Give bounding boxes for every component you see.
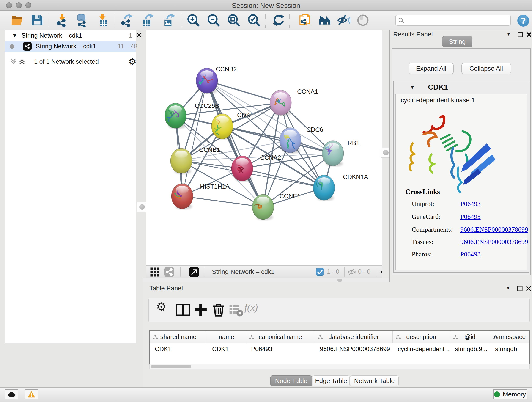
button-label: Collapse All (469, 65, 503, 72)
toolbar-separator (289, 13, 290, 27)
network-node-ccna2[interactable]: CCNA2 (231, 154, 281, 182)
network-options-gear-icon[interactable]: ⚙ (128, 56, 137, 67)
network-node-rb1[interactable]: RB1 (322, 140, 360, 166)
network-edge-ccnb2-ccna1[interactable] (207, 81, 281, 103)
import-network-file-button[interactable] (55, 13, 69, 27)
export-network-button[interactable] (120, 13, 134, 27)
refresh-button[interactable] (272, 13, 286, 27)
delete-column-trash-icon[interactable] (211, 302, 226, 317)
tissues-link[interactable]: 9606.ENSP00000378699 (460, 238, 528, 246)
network-node-cdk1[interactable]: CDK1 (210, 112, 254, 139)
panel-menu-icon[interactable]: ▾ (507, 285, 510, 291)
table-cell[interactable]: 9606.ENSP00000378699 (315, 344, 393, 354)
expand-all-button[interactable]: Expand All (409, 63, 454, 74)
column-header-description[interactable]: description (393, 331, 450, 343)
network-share-icon[interactable] (164, 267, 174, 277)
uniprot-link[interactable]: P06493 (460, 200, 481, 208)
help-button[interactable]: ? (516, 14, 531, 28)
grid-view-icon[interactable] (150, 267, 160, 277)
tree-column-icon (395, 334, 401, 340)
column-header-database-identifier[interactable]: database identifier (315, 331, 393, 343)
network-edge-hist1h1a-ccne1[interactable] (182, 196, 263, 207)
table-settings-gear-icon[interactable]: ⚙ (156, 300, 171, 315)
memory-status-dot-icon (494, 391, 500, 397)
left-splitter-grip[interactable] (137, 202, 147, 212)
network-edge-ccnb2-hist1h1a[interactable] (182, 81, 207, 196)
table-cell[interactable]: CDK1 (207, 344, 246, 354)
network-node-hist1h1a[interactable]: HIST1H1A (169, 183, 230, 209)
collection-expand-icon[interactable]: ▼ (12, 33, 17, 38)
table-cell[interactable]: CDK1 (150, 344, 207, 354)
duplicate-network-button[interactable] (298, 13, 312, 27)
panel-close-icon[interactable] (526, 286, 532, 292)
network-node-ccna1[interactable]: CCNA1 (270, 88, 318, 116)
column-header-shared-name[interactable]: shared name (150, 331, 207, 343)
panel-float-icon[interactable] (517, 32, 523, 38)
export-table-button[interactable] (141, 13, 156, 27)
column-header-name[interactable]: name (207, 331, 246, 343)
tab-network-table[interactable]: Network Table (350, 375, 399, 386)
add-column-icon[interactable] (193, 302, 208, 317)
table-cell[interactable]: stringdb:9... (450, 344, 490, 354)
function-builder-icon[interactable]: f(x) (244, 302, 272, 317)
network-collection-row[interactable]: ▼ String Network – cdk1 1 (5, 30, 136, 41)
tab-string[interactable]: String (442, 36, 472, 47)
memory-button[interactable]: Memory (493, 389, 527, 400)
table-panel: Table Panel ▾ ⚙ f(x) shared name name ca… (143, 282, 532, 387)
panel-close-icon[interactable] (136, 32, 142, 38)
node-label-ccna1: CCNA1 (297, 88, 318, 95)
search-field[interactable] (395, 15, 511, 26)
horizontal-splitter-grip[interactable] (337, 279, 342, 282)
panel-close-icon[interactable] (526, 32, 532, 38)
delete-table-icon[interactable] (228, 302, 244, 317)
home-button[interactable] (317, 13, 332, 27)
table-horizontal-scrollbar[interactable] (149, 364, 530, 369)
show-columns-icon[interactable] (175, 302, 190, 317)
scrollbar-thumb[interactable] (151, 365, 191, 368)
zoom-fit-button[interactable] (226, 13, 241, 27)
warning-icon (27, 391, 35, 398)
search-input[interactable] (406, 16, 507, 24)
import-table-button[interactable] (96, 13, 110, 27)
node-label-cdkn1a: CDKN1A (343, 173, 368, 180)
collapse-all-button[interactable]: Collapse All (462, 63, 511, 74)
toggle-graphics-details-button[interactable] (336, 13, 351, 27)
table-cell[interactable]: cyclin-dependent ... (393, 344, 450, 354)
network-edge-ccna2-cdkn1a[interactable] (242, 168, 324, 188)
zoom-selected-button[interactable] (247, 13, 261, 27)
export-image-button[interactable] (162, 13, 177, 27)
network-node-cdkn1a[interactable]: CDKN1A (313, 173, 368, 201)
column-header-namespace[interactable]: namespace (490, 331, 529, 343)
genecard-link[interactable]: P06493 (460, 213, 481, 220)
table-cell[interactable]: P06493 (246, 344, 315, 354)
selected-checkbox-icon[interactable] (316, 268, 324, 276)
warnings-button[interactable] (25, 389, 38, 400)
network-view-toolbar: String Network – cdk1 1 - 0 0 - 0 (146, 265, 382, 278)
detach-view-icon[interactable] (189, 267, 199, 277)
tab-node-table[interactable]: Node Table (270, 375, 312, 386)
cloud-button[interactable] (5, 389, 18, 400)
open-session-button[interactable] (10, 13, 25, 27)
zoom-in-button[interactable] (186, 13, 201, 27)
status-bar: Memory (0, 387, 532, 402)
network-node-cdc25b[interactable]: CDC25B (165, 102, 219, 129)
column-label: name (219, 333, 234, 341)
network-canvas[interactable]: CCNB2CCNA1CDC25BCDK1CDC6RB1CCNB1CCNA2CDK… (146, 30, 382, 265)
table-toolbar: ⚙ f(x) (148, 298, 530, 322)
import-network-database-button[interactable] (75, 13, 89, 27)
pharos-link[interactable]: P06493 (460, 250, 481, 258)
column-header-id[interactable]: @id (450, 331, 490, 343)
network-row[interactable]: String Network – cdk1 11 48 (5, 41, 136, 52)
zoom-out-button[interactable] (206, 13, 221, 27)
panel-menu-icon[interactable]: ▾ (507, 31, 510, 37)
column-header-canonical-name[interactable]: canonical name (246, 331, 315, 343)
entry-collapse-icon[interactable]: ▼ (410, 84, 415, 90)
protein-structure-image[interactable] (403, 107, 499, 194)
network-node-ccne1[interactable]: CCNE1 (249, 193, 300, 220)
sphere-button[interactable] (355, 13, 370, 27)
table-cell[interactable]: stringdb (490, 344, 529, 354)
save-session-button[interactable] (30, 13, 44, 27)
compartments-link[interactable]: 9606.ENSP00000378699 (460, 226, 528, 233)
panel-float-icon[interactable] (517, 286, 523, 292)
tab-edge-table[interactable]: Edge Table (312, 375, 350, 386)
